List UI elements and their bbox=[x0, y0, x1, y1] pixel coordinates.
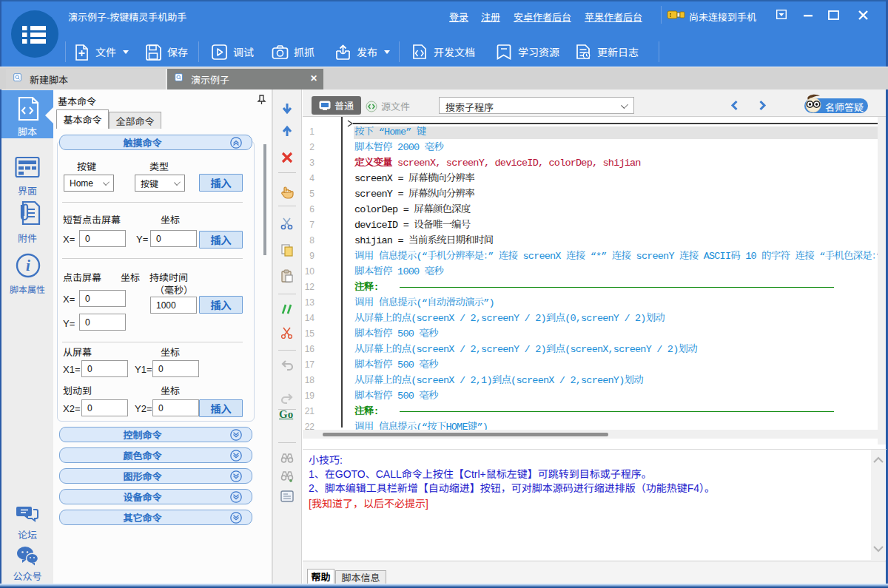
svg-text:i: i bbox=[26, 257, 30, 274]
